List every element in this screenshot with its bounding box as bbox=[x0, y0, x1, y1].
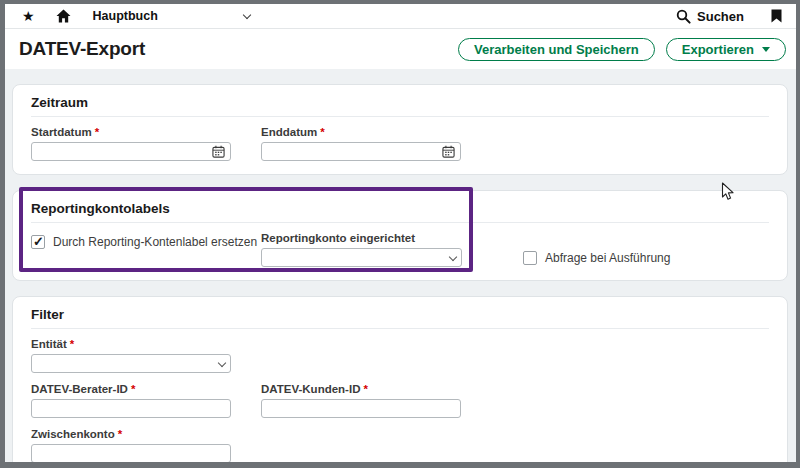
calendar-icon[interactable] bbox=[442, 145, 455, 158]
berater-id-input[interactable] bbox=[37, 401, 225, 416]
chevron-down-icon bbox=[449, 252, 457, 260]
required-marker: * bbox=[363, 383, 367, 395]
field-zwischenkonto: Zwischenkonto* bbox=[31, 428, 231, 463]
module-selector[interactable]: Hauptbuch bbox=[93, 9, 250, 23]
startdatum-input-wrap bbox=[31, 142, 231, 161]
required-marker: * bbox=[131, 383, 135, 395]
reportingkonto-select[interactable] bbox=[261, 248, 462, 267]
startdatum-input[interactable] bbox=[37, 144, 212, 159]
process-save-label: Verarbeiten und Speichern bbox=[474, 42, 639, 57]
home-icon[interactable] bbox=[56, 9, 71, 23]
page-header: DATEV-Export Verarbeiten und Speichern E… bbox=[5, 29, 796, 69]
kunden-id-input-wrap bbox=[261, 399, 461, 418]
required-marker: * bbox=[95, 126, 99, 138]
abfrage-checkbox[interactable] bbox=[523, 251, 537, 265]
entitaet-select[interactable] bbox=[31, 354, 231, 373]
section-title-zeitraum: Zeitraum bbox=[31, 95, 769, 117]
search-control[interactable]: Suchen bbox=[676, 9, 744, 24]
reportingkonto-label: Reportingkonto eingerichtet bbox=[261, 232, 462, 244]
zwischenkonto-input[interactable] bbox=[37, 446, 225, 461]
star-icon[interactable]: ★ bbox=[22, 9, 35, 23]
chevron-down-icon bbox=[243, 10, 251, 18]
replace-checkbox-label: Durch Reporting-Kontenlabel ersetzen bbox=[53, 235, 257, 249]
top-nav-bar: ★ Hauptbuch Suchen bbox=[5, 4, 796, 29]
section-reportingkontolabels: Reportingkontolabels Durch Reporting-Kon… bbox=[12, 190, 788, 281]
kunden-id-label: DATEV-Kunden-ID* bbox=[261, 383, 461, 395]
required-marker: * bbox=[320, 126, 324, 138]
kunden-id-input[interactable] bbox=[267, 401, 455, 416]
field-enddatum: Enddatum* bbox=[261, 126, 461, 161]
caret-down-icon bbox=[762, 47, 770, 52]
startdatum-label: Startdatum* bbox=[31, 126, 231, 138]
export-label: Exportieren bbox=[682, 42, 754, 57]
chevron-down-icon bbox=[218, 358, 226, 366]
zwischenkonto-input-wrap bbox=[31, 444, 231, 463]
magnifier-icon bbox=[676, 9, 691, 24]
field-berater-id: DATEV-Berater-ID* bbox=[31, 383, 231, 418]
zwischenkonto-label: Zwischenkonto* bbox=[31, 428, 231, 440]
app-window: ★ Hauptbuch Suchen DATEV-Export Verarb bbox=[0, 0, 800, 468]
field-kunden-id: DATEV-Kunden-ID* bbox=[261, 383, 461, 418]
bookmark-icon[interactable] bbox=[771, 9, 782, 23]
abfrage-checkbox-label: Abfrage bei Ausführung bbox=[545, 251, 670, 265]
enddatum-input[interactable] bbox=[267, 144, 442, 159]
section-zeitraum: Zeitraum Startdatum* bbox=[12, 84, 788, 175]
required-marker: * bbox=[118, 428, 122, 440]
export-button[interactable]: Exportieren bbox=[666, 38, 786, 61]
search-label: Suchen bbox=[697, 9, 744, 24]
field-entitaet: Entität* bbox=[31, 338, 231, 373]
page-content: Zeitraum Startdatum* bbox=[5, 69, 796, 468]
berater-id-input-wrap bbox=[31, 399, 231, 418]
field-startdatum: Startdatum* bbox=[31, 126, 231, 161]
calendar-icon[interactable] bbox=[212, 145, 225, 158]
entitaet-label: Entität* bbox=[31, 338, 231, 350]
required-marker: * bbox=[70, 338, 74, 350]
replace-checkbox-row: Durch Reporting-Kontenlabel ersetzen bbox=[31, 235, 261, 249]
field-reportingkonto: Reportingkonto eingerichtet bbox=[261, 232, 462, 267]
berater-id-label: DATEV-Berater-ID* bbox=[31, 383, 231, 395]
section-title-reporting: Reportingkontolabels bbox=[31, 201, 769, 223]
enddatum-label: Enddatum* bbox=[261, 126, 461, 138]
replace-checkbox[interactable] bbox=[31, 235, 45, 249]
section-title-filter: Filter bbox=[31, 307, 769, 329]
page-title: DATEV-Export bbox=[19, 38, 145, 60]
process-save-button[interactable]: Verarbeiten und Speichern bbox=[458, 38, 655, 61]
section-filter: Filter Entität* DATEV-Berater-ID* bbox=[12, 296, 788, 468]
enddatum-input-wrap bbox=[261, 142, 461, 161]
abfrage-checkbox-row: Abfrage bei Ausführung bbox=[523, 251, 670, 265]
module-label: Hauptbuch bbox=[93, 9, 158, 23]
